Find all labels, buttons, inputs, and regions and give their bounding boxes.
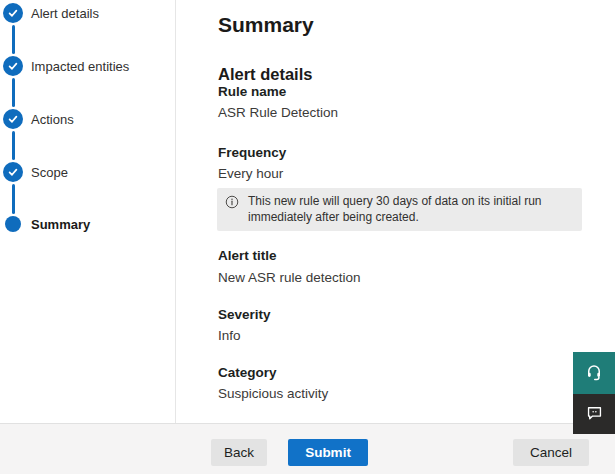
check-circle-icon bbox=[3, 3, 23, 23]
check-circle-icon bbox=[3, 109, 23, 129]
stepper-item-scope[interactable]: Scope bbox=[3, 162, 68, 182]
stepper-connector bbox=[12, 25, 15, 54]
stepper-item-impacted-entities[interactable]: Impacted entities bbox=[3, 56, 129, 76]
field-value-severity: Info bbox=[218, 328, 241, 344]
stepper-connector bbox=[12, 184, 15, 214]
vertical-divider bbox=[175, 0, 176, 423]
field-label-alert-title: Alert title bbox=[218, 248, 277, 264]
comment-icon bbox=[585, 403, 604, 425]
back-button[interactable]: Back bbox=[211, 439, 267, 466]
field-label-category: Category bbox=[218, 365, 277, 381]
page-title: Summary bbox=[218, 13, 314, 37]
stepper-item-label: Impacted entities bbox=[31, 59, 129, 74]
stepper-item-actions[interactable]: Actions bbox=[3, 109, 74, 129]
field-value-alert-title: New ASR rule detection bbox=[218, 270, 361, 286]
stepper-item-label: Actions bbox=[31, 112, 74, 127]
submit-button[interactable]: Submit bbox=[288, 439, 368, 466]
stepper-connector bbox=[12, 78, 15, 107]
wizard-footer: Back Submit Cancel bbox=[0, 423, 615, 474]
stepper-item-label: Summary bbox=[31, 217, 90, 232]
info-banner: This new rule will query 30 days of data… bbox=[217, 188, 582, 231]
field-label-frequency: Frequency bbox=[218, 145, 286, 161]
headset-icon bbox=[585, 363, 603, 384]
check-circle-icon bbox=[3, 162, 23, 182]
filled-dot-icon bbox=[3, 214, 23, 234]
info-circle-icon bbox=[225, 195, 239, 213]
feedback-button[interactable] bbox=[573, 394, 615, 434]
field-label-severity: Severity bbox=[218, 307, 271, 323]
stepper-item-alert-details[interactable]: Alert details bbox=[3, 3, 99, 23]
stepper-item-summary[interactable]: Summary bbox=[3, 214, 90, 234]
field-value-frequency: Every hour bbox=[218, 166, 283, 182]
section-heading: Alert details bbox=[218, 65, 312, 84]
wizard-stepper: Alert details Impacted entities Actions … bbox=[0, 0, 175, 423]
stepper-item-label: Alert details bbox=[31, 6, 99, 21]
help-button[interactable] bbox=[573, 352, 615, 394]
stepper-connector bbox=[12, 131, 15, 160]
field-label-rule-name: Rule name bbox=[218, 84, 286, 100]
info-banner-text: This new rule will query 30 days of data… bbox=[248, 193, 568, 225]
field-value-category: Suspicious activity bbox=[218, 386, 328, 402]
cancel-button[interactable]: Cancel bbox=[513, 439, 589, 466]
check-circle-icon bbox=[3, 56, 23, 76]
field-value-rule-name: ASR Rule Detection bbox=[218, 105, 338, 121]
stepper-item-label: Scope bbox=[31, 165, 68, 180]
